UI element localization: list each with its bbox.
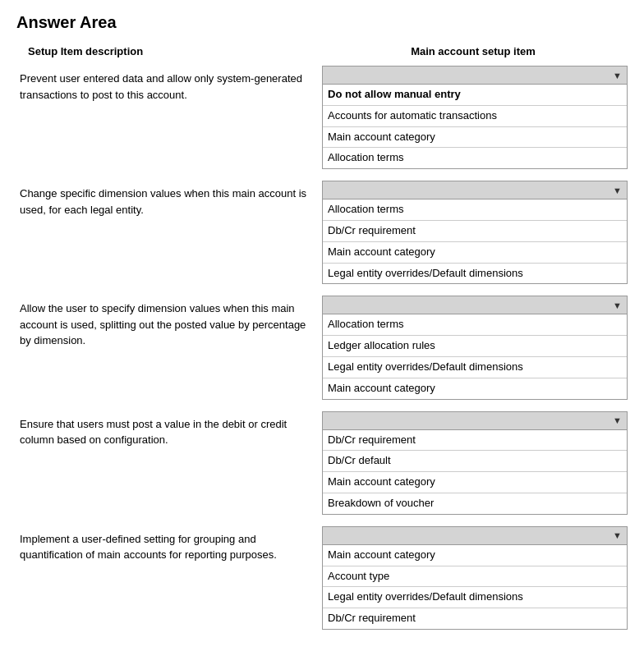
dropdown-option-4-2[interactable]: Main account category [323, 472, 627, 493]
question-row-4: Ensure that users must post a value in t… [16, 411, 628, 515]
dropdown-option-2-3[interactable]: Legal entity overrides/Default dimension… [323, 264, 627, 284]
dropdown-option-1-1[interactable]: Accounts for automatic transactions [323, 106, 627, 127]
dropdown-1[interactable]: ▼Do not allow manual entryAccounts for a… [322, 66, 628, 169]
dropdown-header-4[interactable]: ▼ [323, 412, 627, 430]
question-row-3: Allow the user to specify dimension valu… [16, 296, 628, 399]
dropdown-option-4-0[interactable]: Db/Cr requirement [323, 430, 627, 452]
question-row-2: Change specific dimension values when th… [16, 181, 628, 284]
question-text-3: Allow the user to specify dimension valu… [16, 296, 322, 354]
dropdown-option-1-2[interactable]: Main account category [323, 127, 627, 149]
dropdown-option-3-0[interactable]: Allocation terms [323, 314, 627, 336]
dropdown-arrow-icon-1: ▼ [613, 71, 622, 80]
question-text-4: Ensure that users must post a value in t… [16, 411, 322, 453]
dropdown-option-5-2[interactable]: Legal entity overrides/Default dimension… [323, 587, 627, 608]
dropdown-arrow-icon-4: ▼ [613, 415, 622, 425]
dropdown-option-4-1[interactable]: Db/Cr default [323, 451, 627, 472]
dropdown-option-5-1[interactable]: Account type [323, 566, 627, 588]
dropdown-option-3-1[interactable]: Ledger allocation rules [323, 336, 627, 357]
dropdown-arrow-icon-5: ▼ [613, 530, 622, 540]
table-headers: Setup Item description Main account setu… [16, 45, 628, 57]
question-text-2: Change specific dimension values when th… [16, 181, 322, 222]
dropdown-5[interactable]: ▼Main account categoryAccount typeLegal … [322, 526, 628, 630]
dropdown-3[interactable]: ▼Allocation termsLedger allocation rules… [322, 296, 628, 399]
dropdown-arrow-icon-3: ▼ [613, 300, 622, 310]
dropdown-option-3-2[interactable]: Legal entity overrides/Default dimension… [323, 357, 627, 378]
dropdown-header-1[interactable]: ▼ [323, 66, 627, 85]
dropdown-option-4-3[interactable]: Breakdown of voucher [323, 493, 627, 514]
dropdown-option-5-0[interactable]: Main account category [323, 545, 627, 566]
dropdown-header-5[interactable]: ▼ [323, 527, 627, 545]
question-text-1: Prevent user entered data and allow only… [16, 66, 322, 108]
header-right: Main account setup item [322, 45, 624, 57]
header-left: Setup Item description [20, 45, 322, 57]
dropdown-option-2-2[interactable]: Main account category [323, 242, 627, 264]
question-text-5: Implement a user-defined setting for gro… [16, 526, 322, 568]
dropdown-option-5-3[interactable]: Db/Cr requirement [323, 608, 627, 629]
dropdown-option-1-3[interactable]: Allocation terms [323, 148, 627, 168]
dropdown-2[interactable]: ▼Allocation termsDb/Cr requirementMain a… [322, 181, 628, 284]
dropdown-option-3-3[interactable]: Main account category [323, 378, 627, 399]
dropdown-option-2-1[interactable]: Db/Cr requirement [323, 221, 627, 242]
question-row-1: Prevent user entered data and allow only… [16, 66, 628, 169]
dropdown-header-3[interactable]: ▼ [323, 296, 627, 314]
answer-table: Setup Item description Main account setu… [16, 45, 628, 630]
dropdown-option-2-0[interactable]: Allocation terms [323, 200, 627, 221]
page-title: Answer Area [16, 13, 628, 32]
question-row-5: Implement a user-defined setting for gro… [16, 526, 628, 630]
dropdown-option-1-0[interactable]: Do not allow manual entry [323, 85, 627, 106]
dropdown-header-2[interactable]: ▼ [323, 181, 627, 200]
dropdown-4[interactable]: ▼Db/Cr requirementDb/Cr defaultMain acco… [322, 411, 628, 515]
dropdown-arrow-icon-2: ▼ [613, 186, 622, 195]
